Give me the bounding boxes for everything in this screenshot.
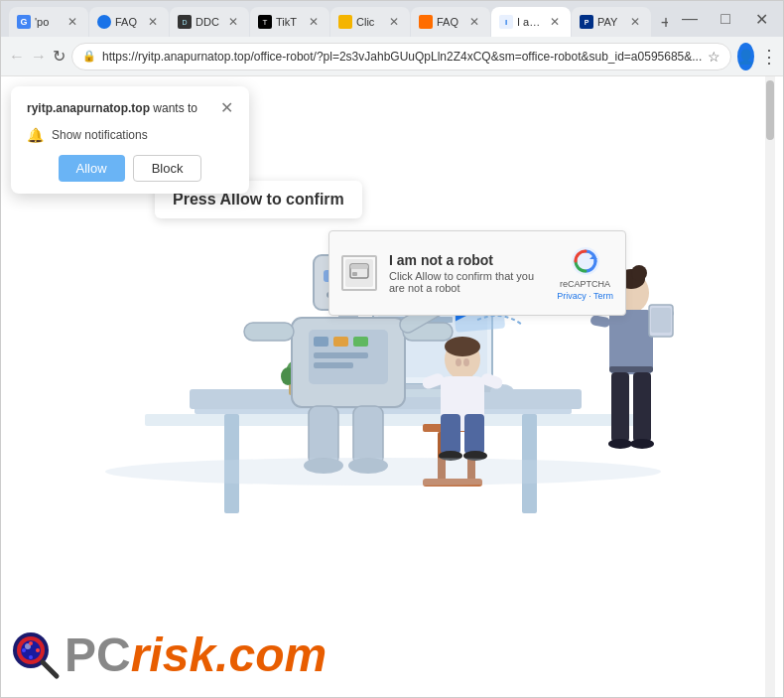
svg-point-36 (631, 265, 647, 281)
svg-rect-0 (145, 414, 641, 426)
svg-rect-26 (464, 414, 484, 454)
back-button[interactable]: ← (9, 43, 25, 70)
svg-rect-39 (611, 372, 629, 442)
recaptcha-subtitle: Click Allow to confirm that you are not … (389, 270, 545, 294)
page-body: ▶ 📊 ryitp.anapurnatop.top wants to ✕ (1, 76, 775, 697)
tab-favicon-g: G (17, 15, 31, 29)
address-bar: ← → ↻ 🔒 https://ryitp.anapurnatop.top/of… (1, 37, 783, 76)
tab-close-iam[interactable]: ✕ (547, 14, 563, 30)
tab-cli[interactable]: Clic ✕ (330, 7, 410, 37)
recaptcha-text: I am not a robot Click Allow to confirm … (389, 252, 545, 294)
svg-rect-61 (244, 323, 294, 341)
url-bar[interactable]: 🔒 https://ryitp.anapurnatop.top/office-r… (71, 43, 731, 70)
tab-close-g[interactable]: ✕ (65, 14, 80, 30)
url-text: https://ryitp.anapurnatop.top/office-rob… (102, 50, 702, 64)
svg-point-85 (29, 655, 33, 659)
bell-icon: 🔔 (27, 127, 44, 143)
svg-rect-60 (314, 362, 353, 368)
tab-close-faq1[interactable]: ✕ (145, 14, 161, 30)
svg-point-30 (456, 358, 461, 366)
title-bar: G 'po ✕ FAQ ✕ D DDC ✕ T TikT ✕ Cli (1, 1, 783, 37)
page-content: ▶ 📊 ryitp.anapurnatop.top wants to ✕ (1, 76, 783, 697)
profile-button[interactable]: 👤 (737, 43, 754, 70)
svg-rect-40 (633, 372, 651, 442)
svg-line-87 (43, 662, 57, 676)
tab-faq1[interactable]: FAQ ✕ (89, 7, 169, 37)
new-tab-button[interactable]: + (652, 9, 668, 37)
tab-favicon-faq2 (419, 15, 433, 29)
pcrisk-magnifier-icon (11, 630, 61, 680)
recaptcha-icon (345, 259, 373, 287)
tab-g[interactable]: G 'po ✕ (9, 7, 88, 37)
allow-button[interactable]: Allow (59, 155, 125, 182)
bookmark-icon[interactable]: ☆ (708, 49, 720, 65)
close-button[interactable]: ✕ (747, 5, 775, 33)
recaptcha-window-icon (349, 263, 369, 283)
window-controls: — □ ✕ (676, 5, 775, 33)
pcrisk-logo: PC risk .com (11, 628, 327, 682)
tab-iam[interactable]: I I am not a robot ✕ (491, 7, 571, 37)
recaptcha-links: Privacy · Term (557, 291, 613, 301)
tab-favicon-pay: P (580, 15, 593, 29)
tab-favicon-tik: T (258, 15, 272, 29)
tab-favicon-iam: I (499, 15, 513, 29)
browser-window: G 'po ✕ FAQ ✕ D DDC ✕ T TikT ✕ Cli (0, 0, 784, 698)
svg-rect-58 (353, 337, 368, 347)
maximize-button[interactable]: □ (712, 5, 739, 33)
svg-point-46 (630, 439, 654, 449)
svg-rect-37 (609, 310, 653, 374)
svg-point-45 (608, 439, 632, 449)
popup-close-button[interactable]: ✕ (220, 100, 233, 116)
svg-point-86 (22, 648, 26, 652)
tab-close-faq2[interactable]: ✕ (466, 14, 482, 30)
pcrisk-pc-text: PC (65, 631, 131, 679)
svg-point-29 (445, 337, 480, 356)
svg-rect-57 (333, 337, 348, 347)
tab-title-pay: PAY (597, 16, 623, 28)
tab-title-faq1: FAQ (115, 16, 141, 28)
tab-pay[interactable]: P PAY ✕ (572, 7, 651, 37)
lock-icon: 🔒 (82, 50, 96, 63)
minimize-button[interactable]: — (676, 5, 704, 33)
svg-rect-59 (314, 352, 368, 358)
tab-favicon-cli (338, 15, 352, 29)
menu-button[interactable]: ⋮ (760, 43, 778, 70)
refresh-button[interactable]: ↻ (53, 43, 65, 70)
tab-title-faq2: FAQ (437, 16, 462, 28)
notification-popup: ryitp.anapurnatop.top wants to ✕ 🔔 Show … (11, 86, 249, 194)
forward-button[interactable]: → (31, 43, 47, 70)
scrollbar[interactable] (765, 76, 775, 697)
tab-favicon-ddc: D (178, 15, 192, 29)
svg-rect-38 (609, 366, 653, 372)
popup-notification-text: Show notifications (52, 128, 148, 142)
svg-rect-41 (589, 315, 610, 328)
tab-faq2[interactable]: FAQ ✕ (411, 7, 490, 37)
recaptcha-logo-text: reCAPTCHA (560, 279, 610, 289)
tab-ddc[interactable]: D DDC ✕ (170, 7, 249, 37)
recaptcha-logo: reCAPTCHA Privacy · Term (557, 245, 613, 301)
popup-header: ryitp.anapurnatop.top wants to ✕ (27, 100, 233, 117)
svg-rect-56 (314, 337, 328, 347)
tab-close-ddc[interactable]: ✕ (225, 14, 241, 30)
tab-close-cli[interactable]: ✕ (386, 14, 402, 30)
pcrisk-com-text: .com (215, 628, 327, 682)
popup-notification-row: 🔔 Show notifications (27, 127, 233, 143)
block-button[interactable]: Block (133, 155, 202, 182)
scrollbar-thumb[interactable] (766, 80, 774, 140)
popup-site-title: ryitp.anapurnatop.top wants to (27, 100, 214, 117)
pcrisk-wordmark: PC risk .com (65, 628, 327, 682)
pcrisk-risk-text: risk (131, 631, 215, 679)
svg-rect-75 (350, 264, 368, 269)
svg-rect-66 (353, 406, 383, 466)
svg-point-73 (105, 458, 661, 486)
tab-close-pay[interactable]: ✕ (627, 14, 643, 30)
svg-point-83 (29, 641, 33, 645)
recaptcha-widget[interactable]: I am not a robot Click Allow to confirm … (328, 230, 626, 316)
tab-tik[interactable]: T TikT ✕ (250, 7, 329, 37)
recaptcha-checkbox[interactable] (341, 255, 377, 291)
recaptcha-title: I am not a robot (389, 252, 545, 268)
svg-point-84 (36, 648, 40, 652)
tab-title-iam: I am not a robot (517, 16, 543, 28)
tab-close-tik[interactable]: ✕ (306, 14, 322, 30)
tab-title-tik: TikT (276, 16, 302, 28)
